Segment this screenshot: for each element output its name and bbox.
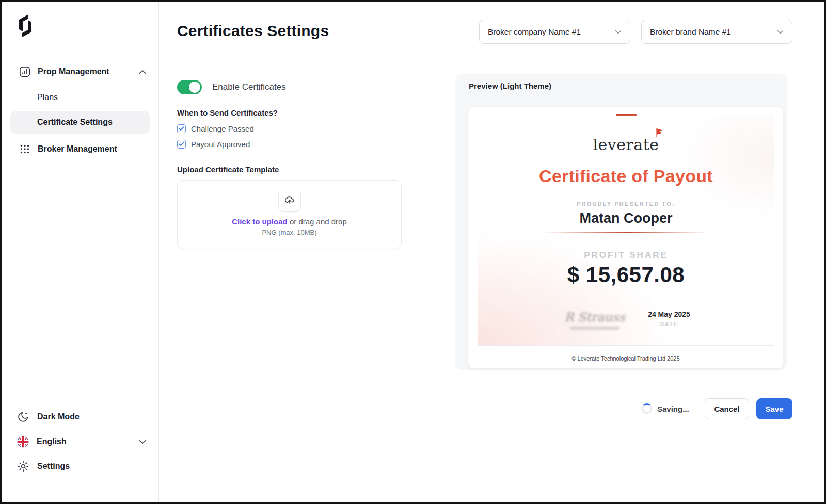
signature-date-row: R Strauss 24 May 2025 DATE <box>478 310 774 341</box>
drag-drop-text: or drag and drop <box>288 217 347 226</box>
certificate: leverate Certificate of Payout PROUDLY P… <box>478 115 774 346</box>
header-divider <box>177 52 792 52</box>
toggle-knob <box>189 82 200 93</box>
signature-subline <box>570 327 620 330</box>
signature-image: R Strauss <box>553 310 636 330</box>
sidebar-item-label: Certificate Settings <box>37 118 113 127</box>
brand-wordmark: leverate <box>593 136 659 154</box>
certificate-date: 24 May 2025 <box>644 310 694 318</box>
certificate-title: Certificate of Payout <box>539 166 713 186</box>
preview-title: Preview (Light Theme) <box>469 82 551 90</box>
saving-label: Saving... <box>657 404 689 413</box>
footer-divider <box>177 386 792 386</box>
date-label: DATE <box>644 321 694 327</box>
sidebar-footer: Dark Mode English <box>2 404 158 479</box>
check-icon <box>179 142 184 147</box>
check-icon <box>179 126 184 131</box>
cloud-upload-icon <box>284 194 295 206</box>
broker-brand-dropdown[interactable]: Broker brand Name #1 <box>641 20 792 44</box>
upload-format-hint: PNG (max. 10MB) <box>262 229 316 236</box>
certificate-top-dash <box>616 114 637 116</box>
enable-certificates-toggle[interactable] <box>177 80 202 94</box>
saving-status: Saving... <box>642 403 689 414</box>
signature-text: R Strauss <box>553 310 636 324</box>
challenge-passed-option[interactable]: Challenge Passed <box>177 124 254 133</box>
sidebar-item-label: Plans <box>37 93 58 102</box>
chevron-down-icon <box>777 30 784 34</box>
sidebar-item-label: Broker Management <box>38 144 117 154</box>
payout-approved-checkbox[interactable] <box>177 140 186 149</box>
certificate-preview-panel: Preview (Light Theme) leverate Certifica… <box>455 74 787 370</box>
click-to-upload-link[interactable]: Click to upload <box>232 217 288 226</box>
cancel-button[interactable]: Cancel <box>705 398 749 419</box>
sidebar-item-plans[interactable]: Plans <box>2 88 158 107</box>
dark-mode-label: Dark Mode <box>37 412 80 421</box>
challenge-passed-label: Challenge Passed <box>191 124 254 133</box>
payout-approved-label: Payout Approved <box>191 140 250 149</box>
send-certificates-title: When to Send Certificates? <box>177 108 278 117</box>
challenge-passed-checkbox[interactable] <box>177 124 186 133</box>
profit-share-label: PROFIT SHARE <box>584 250 668 261</box>
certificate-copyright: © Leverate Technological Trading Ltd 202… <box>468 355 783 362</box>
save-button[interactable]: Save <box>756 398 792 419</box>
brand-logo: leverate <box>593 136 659 154</box>
recipient-name: Matan Cooper <box>579 210 672 226</box>
upload-dropzone[interactable]: Click to upload or drag and drop PNG (ma… <box>177 180 402 249</box>
bar-chart-icon <box>19 66 30 77</box>
broker-brand-dropdown-value: Broker brand Name #1 <box>650 27 731 37</box>
upload-icon-button[interactable] <box>278 189 301 212</box>
grid-dots-icon <box>19 143 30 155</box>
sidebar-nav: Prop Management Plans Certificate Settin… <box>2 62 158 158</box>
chevron-down-icon <box>615 30 622 34</box>
payout-approved-option[interactable]: Payout Approved <box>177 140 250 149</box>
brand-flag-icon <box>656 128 663 137</box>
sidebar: Prop Management Plans Certificate Settin… <box>2 2 159 502</box>
dark-mode-toggle[interactable]: Dark Mode <box>2 404 158 429</box>
gear-icon <box>17 460 29 473</box>
sidebar-item-label: Prop Management <box>38 67 109 76</box>
chevron-down-icon <box>139 440 146 444</box>
upload-instructions: Click to upload or drag and drop <box>232 217 347 226</box>
enable-certificates-label: Enable Certificates <box>212 82 286 92</box>
broker-company-dropdown[interactable]: Broker company Name #1 <box>479 20 630 44</box>
upload-template-title: Upload Certificate Template <box>177 165 279 174</box>
language-selector[interactable]: English <box>2 429 158 454</box>
presented-to-label: PROUDLY PRESENTED TO: <box>577 201 675 207</box>
broker-company-dropdown-value: Broker company Name #1 <box>488 27 581 37</box>
saving-spinner-icon <box>642 403 652 414</box>
date-block: 24 May 2025 DATE <box>644 310 694 327</box>
certificate-preview-card: leverate Certificate of Payout PROUDLY P… <box>468 106 784 369</box>
language-label: English <box>37 437 67 446</box>
page-title: Certificates Settings <box>177 22 329 40</box>
app-window: Prop Management Plans Certificate Settin… <box>0 0 826 504</box>
sidebar-item-prop-management[interactable]: Prop Management <box>2 62 158 81</box>
sidebar-item-settings[interactable]: Settings <box>2 454 158 479</box>
uk-flag-icon <box>17 436 29 448</box>
app-logo-icon[interactable] <box>14 13 37 39</box>
moon-icon <box>17 411 29 423</box>
sidebar-item-certificate-settings[interactable]: Certificate Settings <box>10 111 150 134</box>
settings-label: Settings <box>37 462 70 471</box>
payout-amount: $ 15,657.08 <box>567 263 685 287</box>
sidebar-item-broker-management[interactable]: Broker Management <box>2 140 158 158</box>
enable-certificates-row: Enable Certificates <box>177 80 286 94</box>
chevron-up-icon <box>139 70 146 74</box>
recipient-underline <box>544 232 709 233</box>
